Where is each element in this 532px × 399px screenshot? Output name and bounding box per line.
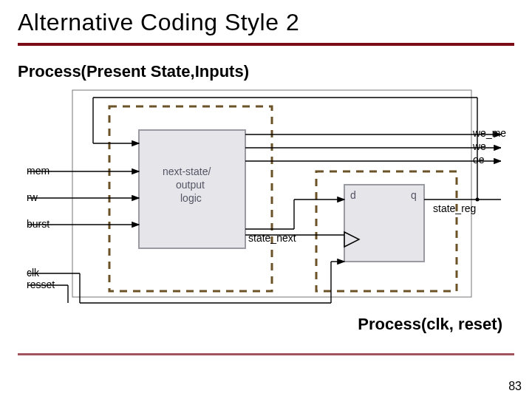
slide: Alternative Coding Style 2 Process(Prese… bbox=[0, 0, 532, 399]
label-mem: mem bbox=[27, 165, 50, 177]
combo-label-2: output bbox=[176, 179, 205, 191]
reg-port-q: q bbox=[411, 189, 417, 201]
slide-title: Alternative Coding Style 2 bbox=[18, 9, 299, 36]
label-burst: burst bbox=[27, 218, 50, 230]
label-clk: clk bbox=[27, 267, 39, 279]
combo-label-3: logic bbox=[180, 192, 202, 204]
label-rw: rw bbox=[27, 191, 38, 203]
out-we-me: we_me bbox=[473, 127, 506, 139]
svg-point-21 bbox=[476, 198, 480, 202]
reg-port-d: d bbox=[350, 189, 356, 201]
out-oe: oe bbox=[473, 154, 485, 166]
page-number: 83 bbox=[508, 380, 522, 393]
fsm-block-diagram: mem rw burst clk resset next-state/ outp… bbox=[28, 84, 501, 306]
diagram-svg bbox=[28, 84, 501, 306]
out-we: we bbox=[473, 140, 486, 152]
process-label-sequential: Process(clk, reset) bbox=[358, 315, 502, 334]
process-label-combinational: Process(Present State,Inputs) bbox=[18, 62, 249, 81]
net-state-reg: state_reg bbox=[433, 202, 476, 214]
net-state-next: state_next bbox=[248, 232, 296, 244]
combo-label-1: next-state/ bbox=[163, 166, 211, 177]
footer-rule bbox=[18, 353, 514, 355]
label-resset: resset bbox=[27, 279, 55, 290]
title-underline bbox=[18, 43, 514, 46]
